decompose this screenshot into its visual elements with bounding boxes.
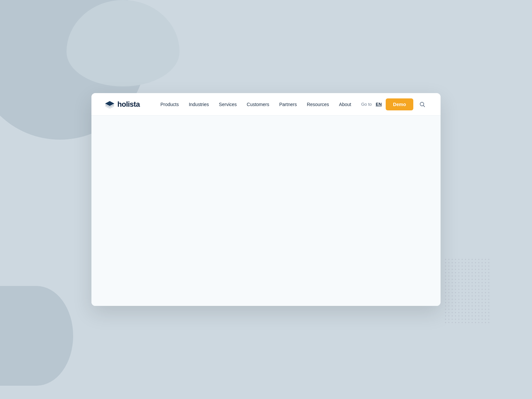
nav-partners[interactable]: Partners — [275, 99, 302, 110]
svg-point-92 — [472, 279, 473, 280]
svg-point-87 — [455, 279, 456, 280]
svg-point-208 — [485, 306, 486, 307]
svg-point-14 — [445, 262, 446, 263]
svg-point-224 — [445, 312, 446, 313]
svg-point-44 — [452, 269, 453, 270]
dot-grid-decoration — [444, 258, 497, 347]
svg-point-238 — [445, 316, 446, 317]
svg-point-252 — [445, 319, 446, 320]
nav-resources[interactable]: Resources — [302, 99, 334, 110]
svg-point-203 — [468, 306, 469, 307]
svg-point-56 — [445, 272, 446, 273]
svg-point-148 — [472, 292, 473, 293]
svg-point-125 — [488, 286, 489, 287]
logo[interactable]: holista — [105, 100, 140, 109]
svg-point-76 — [465, 276, 466, 277]
svg-point-104 — [465, 282, 466, 283]
svg-point-212 — [452, 309, 453, 310]
svg-point-202 — [465, 306, 466, 307]
svg-point-39 — [482, 266, 483, 267]
svg-point-113 — [449, 286, 450, 287]
bg-shape-left-bottom — [0, 286, 73, 386]
svg-point-160 — [465, 296, 466, 297]
svg-point-47 — [462, 269, 463, 270]
svg-point-88 — [459, 279, 460, 280]
svg-point-131 — [462, 289, 463, 290]
svg-point-179 — [482, 299, 483, 300]
svg-point-108 — [478, 282, 479, 283]
demo-button[interactable]: Demo — [386, 98, 413, 110]
svg-point-182 — [445, 302, 446, 303]
svg-point-185 — [455, 302, 456, 303]
nav-services[interactable]: Services — [214, 99, 241, 110]
search-button[interactable] — [417, 99, 427, 109]
svg-point-227 — [455, 312, 456, 313]
svg-point-245 — [468, 316, 469, 317]
svg-point-40 — [485, 266, 486, 267]
svg-point-171 — [455, 299, 456, 300]
svg-point-28 — [445, 266, 446, 267]
svg-point-161 — [468, 296, 469, 297]
svg-point-218 — [472, 309, 473, 310]
svg-point-253 — [449, 319, 450, 320]
svg-point-215 — [462, 309, 463, 310]
svg-point-178 — [478, 299, 479, 300]
svg-point-236 — [485, 312, 486, 313]
svg-point-180 — [485, 299, 486, 300]
svg-point-53 — [482, 269, 483, 270]
svg-point-206 — [478, 306, 479, 307]
svg-point-248 — [478, 316, 479, 317]
svg-point-250 — [485, 316, 486, 317]
svg-point-165 — [482, 296, 483, 297]
svg-point-134 — [472, 289, 473, 290]
svg-point-279 — [488, 322, 489, 323]
svg-point-12 — [485, 259, 486, 260]
svg-point-124 — [485, 286, 486, 287]
svg-point-173 — [462, 299, 463, 300]
svg-point-154 — [445, 296, 446, 297]
svg-point-67 — [482, 272, 483, 273]
svg-point-16 — [452, 262, 453, 263]
svg-point-105 — [468, 282, 469, 283]
svg-point-46 — [459, 269, 460, 270]
svg-point-22 — [472, 262, 473, 263]
svg-point-246 — [472, 316, 473, 317]
svg-point-57 — [449, 272, 450, 273]
svg-point-146 — [465, 292, 466, 293]
svg-point-68 — [485, 272, 486, 273]
svg-point-35 — [468, 266, 469, 267]
svg-point-136 — [478, 289, 479, 290]
navbar: holista Products Industries Services Cus… — [91, 93, 441, 116]
svg-point-140 — [445, 292, 446, 293]
svg-point-21 — [468, 262, 469, 263]
svg-point-138 — [485, 289, 486, 290]
nav-customers[interactable]: Customers — [242, 99, 274, 110]
svg-point-155 — [449, 296, 450, 297]
svg-point-198 — [452, 306, 453, 307]
svg-point-8 — [472, 259, 473, 260]
language-selector[interactable]: EN — [376, 102, 382, 107]
svg-point-262 — [478, 319, 479, 320]
svg-point-74 — [459, 276, 460, 277]
svg-point-264 — [485, 319, 486, 320]
nav-products[interactable]: Products — [156, 99, 183, 110]
svg-point-99 — [449, 282, 450, 283]
svg-point-51 — [475, 269, 476, 270]
svg-point-100 — [452, 282, 453, 283]
svg-point-117 — [462, 286, 463, 287]
svg-point-103 — [462, 282, 463, 283]
svg-point-274 — [472, 322, 473, 323]
nav-about[interactable]: About — [334, 99, 356, 110]
svg-point-159 — [462, 296, 463, 297]
svg-point-225 — [449, 312, 450, 313]
svg-point-239 — [449, 316, 450, 317]
svg-point-58 — [452, 272, 453, 273]
svg-point-153 — [488, 292, 489, 293]
svg-point-85 — [449, 279, 450, 280]
svg-point-83 — [488, 276, 489, 277]
nav-industries[interactable]: Industries — [184, 99, 214, 110]
svg-point-7 — [468, 259, 469, 260]
main-card: holista Products Industries Services Cus… — [91, 93, 441, 306]
svg-point-192 — [478, 302, 479, 303]
svg-point-230 — [465, 312, 466, 313]
